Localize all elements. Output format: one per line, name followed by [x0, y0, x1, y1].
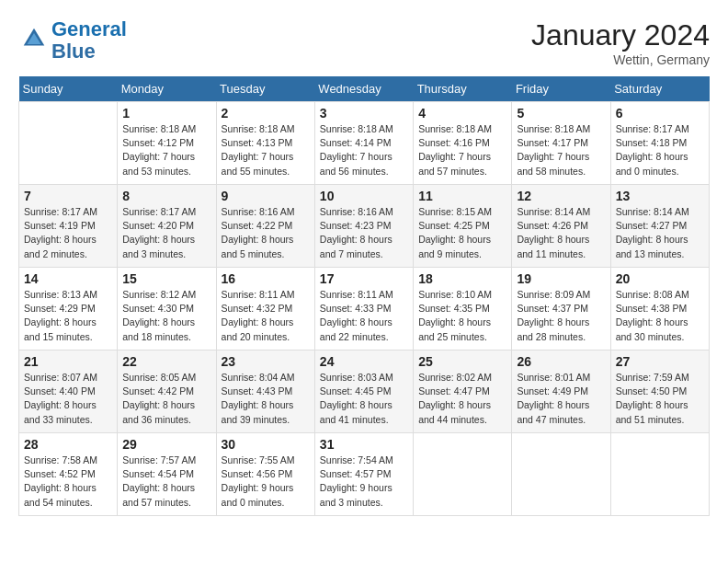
day-number: 29	[122, 437, 210, 452]
day-info: Sunrise: 8:16 AMSunset: 4:22 PMDaylight:…	[222, 205, 310, 261]
day-info: Sunrise: 8:05 AMSunset: 4:42 PMDaylight:…	[122, 371, 210, 427]
calendar-cell: 6 Sunrise: 8:17 AMSunset: 4:18 PMDayligh…	[610, 102, 709, 185]
day-info: Sunrise: 8:14 AMSunset: 4:26 PMDaylight:…	[517, 205, 605, 261]
day-info: Sunrise: 8:17 AMSunset: 4:20 PMDaylight:…	[122, 205, 210, 261]
day-info: Sunrise: 8:18 AMSunset: 4:16 PMDaylight:…	[418, 122, 506, 178]
calendar-cell: 21 Sunrise: 8:07 AMSunset: 4:40 PMDaylig…	[19, 350, 118, 433]
calendar-cell	[512, 433, 610, 516]
day-number: 1	[122, 106, 210, 121]
calendar-cell: 9 Sunrise: 8:16 AMSunset: 4:22 PMDayligh…	[216, 185, 314, 268]
day-info: Sunrise: 8:15 AMSunset: 4:25 PMDaylight:…	[418, 205, 506, 261]
day-info: Sunrise: 8:10 AMSunset: 4:35 PMDaylight:…	[418, 288, 506, 344]
weekday-header-saturday: Saturday	[610, 76, 709, 102]
day-number: 14	[24, 271, 112, 286]
day-info: Sunrise: 8:13 AMSunset: 4:29 PMDaylight:…	[24, 288, 112, 344]
title-block: January 2024 Wettin, Germany	[531, 18, 710, 67]
calendar-cell: 12 Sunrise: 8:14 AMSunset: 4:26 PMDaylig…	[512, 185, 610, 268]
calendar-cell: 11 Sunrise: 8:15 AMSunset: 4:25 PMDaylig…	[414, 185, 512, 268]
day-number: 27	[616, 354, 704, 369]
day-number: 3	[320, 106, 408, 121]
calendar-cell: 10 Sunrise: 8:16 AMSunset: 4:23 PMDaylig…	[314, 185, 413, 268]
day-info: Sunrise: 8:07 AMSunset: 4:40 PMDaylight:…	[24, 371, 112, 427]
day-info: Sunrise: 8:14 AMSunset: 4:27 PMDaylight:…	[616, 205, 704, 261]
day-info: Sunrise: 8:12 AMSunset: 4:30 PMDaylight:…	[122, 288, 210, 344]
day-info: Sunrise: 8:17 AMSunset: 4:18 PMDaylight:…	[616, 122, 704, 178]
day-info: Sunrise: 8:11 AMSunset: 4:33 PMDaylight:…	[320, 288, 408, 344]
day-number: 17	[320, 271, 408, 286]
day-number: 7	[24, 189, 112, 203]
calendar-cell: 26 Sunrise: 8:01 AMSunset: 4:49 PMDaylig…	[512, 350, 610, 433]
day-number: 13	[616, 189, 704, 203]
day-number: 30	[222, 437, 310, 452]
calendar-cell	[414, 433, 512, 516]
weekday-header-sunday: Sunday	[19, 76, 118, 102]
day-info: Sunrise: 8:02 AMSunset: 4:47 PMDaylight:…	[418, 371, 506, 427]
day-number: 19	[517, 271, 605, 286]
day-info: Sunrise: 8:08 AMSunset: 4:38 PMDaylight:…	[616, 288, 704, 344]
weekday-header-wednesday: Wednesday	[314, 76, 413, 102]
calendar-cell: 15 Sunrise: 8:12 AMSunset: 4:30 PMDaylig…	[118, 268, 216, 350]
calendar-cell: 20 Sunrise: 8:08 AMSunset: 4:38 PMDaylig…	[610, 268, 709, 350]
logo-icon	[20, 25, 48, 52]
day-number: 20	[616, 271, 704, 286]
page-header: General Blue January 2024 Wettin, German…	[18, 18, 710, 67]
calendar-cell: 16 Sunrise: 8:11 AMSunset: 4:32 PMDaylig…	[216, 268, 314, 350]
day-number: 21	[24, 354, 112, 369]
calendar-cell: 3 Sunrise: 8:18 AMSunset: 4:14 PMDayligh…	[314, 102, 413, 185]
day-number: 11	[418, 189, 506, 203]
calendar-cell: 1 Sunrise: 8:18 AMSunset: 4:12 PMDayligh…	[118, 102, 216, 185]
calendar-table: SundayMondayTuesdayWednesdayThursdayFrid…	[18, 76, 710, 516]
calendar-cell: 18 Sunrise: 8:10 AMSunset: 4:35 PMDaylig…	[414, 268, 512, 350]
calendar-cell: 17 Sunrise: 8:11 AMSunset: 4:33 PMDaylig…	[314, 268, 413, 350]
day-number: 2	[222, 106, 310, 121]
day-info: Sunrise: 8:09 AMSunset: 4:37 PMDaylight:…	[517, 288, 605, 344]
day-number: 22	[122, 354, 210, 369]
calendar-cell	[610, 433, 709, 516]
day-number: 4	[418, 106, 506, 121]
day-info: Sunrise: 8:18 AMSunset: 4:14 PMDaylight:…	[320, 122, 408, 178]
location: Wettin, Germany	[531, 52, 710, 67]
day-info: Sunrise: 8:18 AMSunset: 4:13 PMDaylight:…	[222, 122, 310, 178]
logo-text: General Blue	[51, 18, 127, 63]
day-info: Sunrise: 7:55 AMSunset: 4:56 PMDaylight:…	[222, 454, 310, 510]
day-number: 10	[320, 189, 408, 203]
day-number: 26	[517, 354, 605, 369]
calendar-cell: 8 Sunrise: 8:17 AMSunset: 4:20 PMDayligh…	[118, 185, 216, 268]
day-number: 9	[222, 189, 310, 203]
day-number: 5	[517, 106, 605, 121]
calendar-cell: 29 Sunrise: 7:57 AMSunset: 4:54 PMDaylig…	[118, 433, 216, 516]
calendar-cell: 5 Sunrise: 8:18 AMSunset: 4:17 PMDayligh…	[512, 102, 610, 185]
calendar-cell: 4 Sunrise: 8:18 AMSunset: 4:16 PMDayligh…	[414, 102, 512, 185]
logo: General Blue	[18, 18, 127, 63]
day-info: Sunrise: 8:16 AMSunset: 4:23 PMDaylight:…	[320, 205, 408, 261]
day-info: Sunrise: 8:01 AMSunset: 4:49 PMDaylight:…	[517, 371, 605, 427]
day-info: Sunrise: 8:18 AMSunset: 4:12 PMDaylight:…	[122, 122, 210, 178]
weekday-header-friday: Friday	[512, 76, 610, 102]
day-info: Sunrise: 7:59 AMSunset: 4:50 PMDaylight:…	[616, 371, 704, 427]
calendar-cell: 23 Sunrise: 8:04 AMSunset: 4:43 PMDaylig…	[216, 350, 314, 433]
calendar-cell: 27 Sunrise: 7:59 AMSunset: 4:50 PMDaylig…	[610, 350, 709, 433]
calendar-cell: 31 Sunrise: 7:54 AMSunset: 4:57 PMDaylig…	[314, 433, 413, 516]
month-title: January 2024	[531, 18, 710, 52]
calendar-cell: 25 Sunrise: 8:02 AMSunset: 4:47 PMDaylig…	[414, 350, 512, 433]
day-number: 31	[320, 437, 408, 452]
weekday-header-tuesday: Tuesday	[216, 76, 314, 102]
day-info: Sunrise: 8:17 AMSunset: 4:19 PMDaylight:…	[24, 205, 112, 261]
day-number: 28	[24, 437, 112, 452]
day-number: 6	[616, 106, 704, 121]
calendar-cell: 7 Sunrise: 8:17 AMSunset: 4:19 PMDayligh…	[19, 185, 118, 268]
weekday-header-thursday: Thursday	[414, 76, 512, 102]
day-info: Sunrise: 7:54 AMSunset: 4:57 PMDaylight:…	[320, 454, 408, 510]
calendar-cell: 19 Sunrise: 8:09 AMSunset: 4:37 PMDaylig…	[512, 268, 610, 350]
day-info: Sunrise: 8:03 AMSunset: 4:45 PMDaylight:…	[320, 371, 408, 427]
day-info: Sunrise: 8:11 AMSunset: 4:32 PMDaylight:…	[222, 288, 310, 344]
weekday-header-monday: Monday	[118, 76, 216, 102]
day-number: 24	[320, 354, 408, 369]
day-number: 8	[122, 189, 210, 203]
day-info: Sunrise: 8:18 AMSunset: 4:17 PMDaylight:…	[517, 122, 605, 178]
calendar-cell: 14 Sunrise: 8:13 AMSunset: 4:29 PMDaylig…	[19, 268, 118, 350]
day-info: Sunrise: 7:58 AMSunset: 4:52 PMDaylight:…	[24, 454, 112, 510]
calendar-cell	[19, 102, 118, 185]
calendar-cell: 28 Sunrise: 7:58 AMSunset: 4:52 PMDaylig…	[19, 433, 118, 516]
day-info: Sunrise: 7:57 AMSunset: 4:54 PMDaylight:…	[122, 454, 210, 510]
